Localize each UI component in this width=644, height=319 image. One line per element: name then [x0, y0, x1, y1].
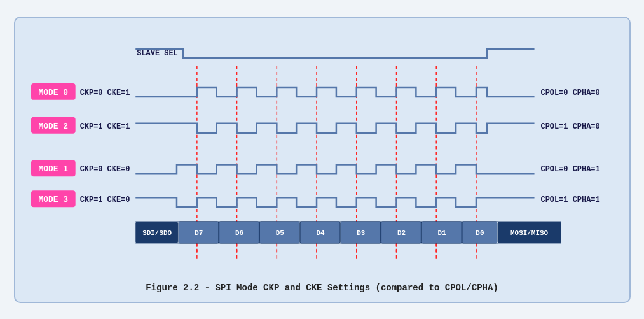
- data-label-d5: D5: [275, 229, 284, 236]
- diagram-area: .wave { fill: none; stroke: #5577aa; str…: [28, 29, 617, 278]
- data-label-sdisdo: SDI/SDO: [142, 229, 172, 236]
- mode0-label: MODE 0: [38, 87, 68, 97]
- mode3-label: MODE 3: [38, 195, 68, 204]
- mode2-params: CKP=1 CKE=1: [79, 122, 130, 131]
- data-label-d1: D1: [437, 229, 446, 236]
- data-label-d0: D0: [476, 229, 484, 236]
- data-label-d2: D2: [397, 229, 405, 236]
- figure-caption: Figure 2.2 - SPI Mode CKP and CKE Settin…: [28, 283, 617, 293]
- mode1-params: CKP=0 CKE=0: [79, 165, 130, 174]
- mode0-params: CKP=0 CKE=1: [79, 88, 130, 97]
- data-label-mosimiso: MOSI/MISO: [510, 229, 549, 236]
- data-label-d7: D7: [195, 229, 203, 236]
- mode0-right: CPOL=0 CPHA=0: [540, 88, 599, 97]
- mode2-right: CPOL=1 CPHA=0: [540, 122, 599, 131]
- data-label-d3: D3: [357, 229, 366, 236]
- mode3-params: CKP=1 CKE=0: [79, 195, 130, 204]
- slave-sel-label: SLAVE SEL: [137, 49, 177, 58]
- mode1-right: CPOL=0 CPHA=1: [540, 165, 599, 174]
- data-label-d4: D4: [316, 229, 325, 236]
- mode2-label: MODE 2: [38, 121, 68, 131]
- main-container: .wave { fill: none; stroke: #5577aa; str…: [14, 17, 631, 303]
- mode3-right: CPOL=1 CPHA=1: [540, 195, 599, 204]
- mode1-label: MODE 1: [38, 164, 68, 174]
- data-label-d6: D6: [235, 229, 243, 236]
